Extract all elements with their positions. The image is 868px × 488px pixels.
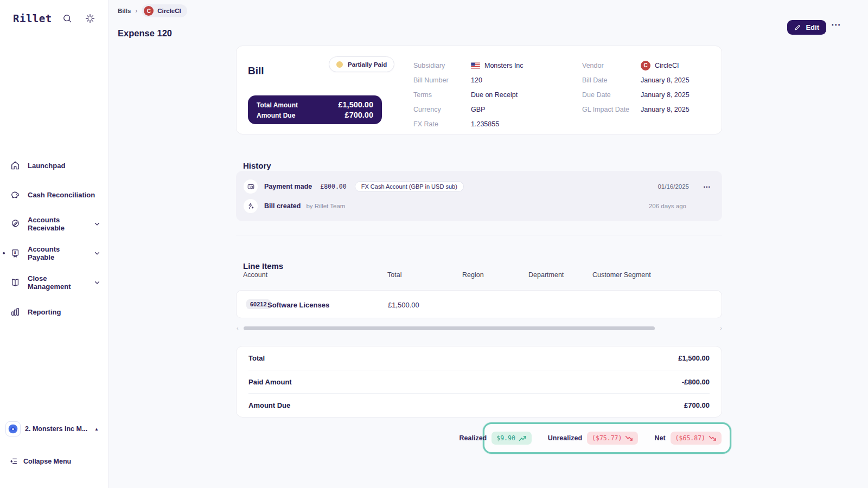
collapse-menu-label: Collapse Menu	[23, 458, 71, 465]
sidebar-item-launchpad[interactable]: Launchpad	[0, 158, 108, 173]
fx-summary-box: Realized $9.90 Unrealized ($75.77) Net (…	[483, 422, 731, 454]
history-event-age: 206 days ago	[649, 203, 686, 209]
history-event-payment: Payment made £800.00 FX Cash Account (GB…	[244, 179, 711, 194]
sidebar-item-close-management[interactable]: Close Management	[0, 275, 108, 290]
horizontal-scrollbar: ‹ ›	[237, 325, 722, 331]
line-item-row[interactable]: 60212 Software Licenses £1,500.00	[236, 290, 722, 318]
totals-row-paid: Paid Amount -£800.00	[248, 370, 710, 394]
workspace-avatar	[5, 421, 21, 436]
pencil-icon	[794, 24, 801, 31]
active-indicator-dot	[3, 252, 5, 254]
scroll-right-arrow-icon[interactable]: ›	[720, 325, 722, 331]
history-event-label: Bill created	[264, 202, 301, 210]
history-account-tag[interactable]: FX Cash Account (GBP in USD sub)	[355, 181, 464, 192]
bill-card: Bill Partially Paid Total Amount £1,500.…	[236, 46, 722, 134]
sidebar-item-accounts-payable[interactable]: $ Accounts Payable	[0, 246, 108, 261]
sidebar-item-label: Cash Reconciliation	[28, 191, 95, 199]
chevron-down-icon	[94, 250, 100, 256]
piggy-bank-icon	[10, 189, 21, 200]
sidebar-top: Rillet	[13, 11, 95, 26]
detail-subsidiary: Subsidiary Monsters Inc	[413, 58, 582, 73]
totals-value: £700.00	[684, 401, 710, 409]
detail-vendor: Vendor C CircleCI	[582, 58, 723, 73]
breadcrumb: Bills › C CircleCI	[118, 4, 187, 17]
column-total: Total	[387, 271, 401, 279]
vendor-value: CircleCI	[655, 62, 679, 69]
sidebar-item-cash-reconciliation[interactable]: Cash Reconciliation	[0, 187, 108, 202]
total-amount-label: Total Amount	[257, 101, 298, 109]
sidebar-item-label: Accounts Receivable	[28, 216, 87, 232]
detail-currency: Currency GBP	[413, 102, 582, 117]
line-items-header: Account Total Region Department Customer…	[236, 271, 722, 280]
sidebar-item-accounts-receivable[interactable]: Accounts Receivable	[0, 216, 108, 232]
scrollbar-track[interactable]	[240, 326, 719, 330]
sidebar-item-label: Reporting	[28, 308, 61, 316]
bill-date-value: January 8, 2025	[641, 76, 690, 84]
sparkles-icon	[244, 199, 258, 213]
history-card: Payment made £800.00 FX Cash Account (GB…	[236, 171, 722, 221]
bill-number-value: 120	[471, 76, 482, 84]
edit-button[interactable]: Edit	[787, 20, 826, 35]
search-icon[interactable]	[62, 13, 73, 24]
scrollbar-thumb[interactable]	[244, 326, 655, 330]
amount-summary-box: Total Amount £1,500.00 Amount Due £700.0…	[248, 95, 382, 124]
bill-details: Subsidiary Monsters Inc Bill Number 120 …	[413, 58, 723, 132]
home-icon	[10, 160, 21, 171]
starburst-icon[interactable]	[85, 13, 95, 24]
terms-value: Due on Receipt	[471, 91, 518, 99]
breadcrumb-vendor-chip[interactable]: C CircleCI	[142, 4, 187, 17]
history-event-author: by Rillet Team	[306, 203, 345, 209]
rillet-logo: Rillet	[13, 12, 52, 24]
line-item-total: £1,500.00	[388, 301, 419, 309]
detail-fx-rate: FX Rate 1.235855	[413, 117, 582, 132]
detail-bill-date: Bill Date January 8, 2025	[582, 73, 723, 87]
main-content: Bills › C CircleCI Expense 120 Edit ⋯ Bi…	[108, 0, 868, 488]
more-actions-button[interactable]: ⋯	[828, 18, 844, 31]
account-name: Software Licenses	[267, 301, 329, 309]
sidebar-item-label: Launchpad	[28, 162, 65, 170]
trend-down-icon	[709, 435, 717, 441]
fx-net: Net ($65.87)	[654, 432, 722, 445]
amount-due-value: £700.00	[345, 111, 373, 119]
status-badge: Partially Paid	[329, 56, 394, 72]
edit-button-label: Edit	[806, 23, 819, 31]
history-event-label: Payment made	[264, 183, 312, 190]
totals-row-due: Amount Due £700.00	[248, 393, 710, 417]
pen-circle-icon	[10, 219, 21, 229]
workspace-switcher[interactable]: 2. Monsters Inc M... ▲	[5, 421, 103, 436]
sidebar: Rillet Launchpad Cash Reconciliation Acc…	[0, 0, 108, 488]
trend-up-icon	[519, 435, 527, 441]
vendor-avatar: C	[641, 61, 650, 70]
breadcrumb-bills-link[interactable]: Bills	[118, 8, 131, 14]
column-account: Account	[243, 271, 267, 279]
collapse-menu-button[interactable]: Collapse Menu	[10, 457, 71, 465]
bar-chart-icon	[10, 306, 21, 317]
history-event-menu-button[interactable]: ⋯	[703, 182, 711, 191]
column-department: Department	[528, 271, 564, 279]
totals-label: Amount Due	[248, 401, 290, 409]
history-event-created: Bill created by Rillet Team 206 days ago	[244, 199, 711, 213]
net-label: Net	[654, 434, 665, 442]
amount-due-label: Amount Due	[257, 112, 295, 119]
sidebar-item-label: Close Management	[28, 274, 87, 291]
caret-up-icon: ▲	[94, 427, 103, 432]
vendor-avatar: C	[144, 6, 154, 16]
due-date-value: January 8, 2025	[641, 91, 690, 99]
scroll-left-arrow-icon[interactable]: ‹	[237, 325, 239, 331]
unrealized-value: ($75.77)	[592, 434, 622, 442]
total-amount-value: £1,500.00	[338, 100, 373, 109]
column-customer-segment: Customer Segment	[592, 271, 651, 279]
fx-rate-value: 1.235855	[471, 120, 499, 128]
section-divider	[236, 235, 722, 235]
status-label: Partially Paid	[348, 61, 387, 68]
sidebar-item-reporting[interactable]: Reporting	[0, 304, 108, 319]
sidebar-item-label: Accounts Payable	[28, 245, 87, 261]
totals-value: -£800.00	[682, 378, 710, 386]
account-code-badge: 60212	[246, 299, 271, 309]
breadcrumb-current-label: CircleCI	[157, 8, 181, 14]
totals-value: £1,500.00	[678, 354, 710, 362]
unrealized-pill: ($75.77)	[587, 432, 638, 445]
totals-row-total: Total £1,500.00	[248, 346, 710, 370]
svg-text:$: $	[14, 250, 16, 255]
subsidiary-value: Monsters Inc	[484, 62, 524, 69]
